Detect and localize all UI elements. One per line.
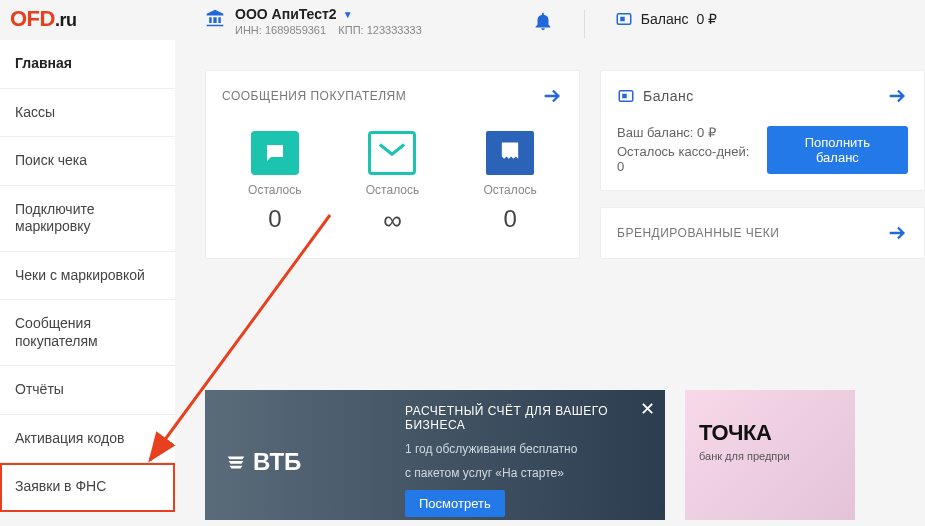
sidebar-item-messages[interactable]: Сообщения покупателям: [0, 300, 175, 366]
messages-card: СООБЩЕНИЯ ПОКУПАТЕЛЯМ Осталось 0 Осталос…: [205, 70, 580, 259]
sidebar-item-marking-checks[interactable]: Чеки с маркировкой: [0, 252, 175, 301]
main: СООБЩЕНИЯ ПОКУПАТЕЛЯМ Осталось 0 Осталос…: [205, 70, 925, 259]
topbar: ООО АпиТест2 ▼ ИНН: 1689859361 КПП: 1233…: [205, 0, 925, 46]
email-remaining: Осталось ∞: [342, 131, 442, 236]
sms-remaining: Осталось 0: [225, 131, 325, 236]
messages-title: СООБЩЕНИЯ ПОКУПАТЕЛЯМ: [222, 89, 406, 103]
balance-card: Баланс Ваш баланс: 0 ₽ Осталось кассо-дн…: [600, 70, 925, 191]
topup-button[interactable]: Пополнить баланс: [767, 126, 908, 174]
receipt-remaining: Осталось 0: [460, 131, 560, 236]
sidebar-item-reports[interactable]: Отчёты: [0, 366, 175, 415]
logo-suffix: .ru: [55, 10, 77, 30]
branded-checks-card: БРЕНДИРОВАННЫЕ ЧЕКИ: [600, 207, 925, 259]
svg-rect-3: [622, 94, 627, 99]
receipt-icon: [486, 131, 534, 175]
tochka-sub: банк для предпри: [699, 450, 841, 462]
balance-meta: Ваш баланс: 0 ₽ Осталось кассо-дней: 0: [617, 125, 757, 174]
logo-brand: OFD: [10, 6, 55, 31]
promo-vtb[interactable]: ✕ ВТБ РАСЧЕТНЫЙ СЧЁТ ДЛЯ ВАШЕГО БИЗНЕСА …: [205, 390, 665, 520]
promo-line2: с пакетом услуг «На старте»: [405, 466, 625, 480]
arrow-right-icon[interactable]: [541, 85, 563, 107]
divider: [584, 10, 585, 38]
sidebar-item-kassy[interactable]: Кассы: [0, 89, 175, 138]
balance-title: Баланс: [643, 88, 694, 104]
promo-line1: 1 год обслуживания бесплатно: [405, 442, 625, 456]
close-icon[interactable]: ✕: [640, 398, 655, 420]
arrow-right-icon[interactable]: [886, 85, 908, 107]
branded-title: БРЕНДИРОВАННЫЕ ЧЕКИ: [617, 226, 779, 240]
svg-rect-1: [620, 17, 625, 22]
tochka-brand: ТОЧКА: [699, 420, 841, 446]
sidebar: Главная Кассы Поиск чека Подключите марк…: [0, 40, 175, 512]
org-switcher[interactable]: ООО АпиТест2 ▼ ИНН: 1689859361 КПП: 1233…: [205, 6, 422, 36]
top-balance[interactable]: Баланс 0 ₽: [615, 10, 717, 28]
sidebar-item-marking-connect[interactable]: Подключите маркировку: [0, 186, 175, 252]
org-name: ООО АпиТест2: [235, 6, 337, 22]
wallet-icon: [615, 10, 633, 28]
org-details: ИНН: 1689859361 КПП: 123333333: [235, 24, 422, 36]
logo[interactable]: OFD.ru: [10, 6, 76, 32]
promo-tochka[interactable]: ТОЧКА банк для предпри: [685, 390, 855, 520]
chat-icon: [251, 131, 299, 175]
sidebar-item-activate-codes[interactable]: Активация кодов: [0, 415, 175, 464]
sidebar-item-search-check[interactable]: Поиск чека: [0, 137, 175, 186]
promo-title: РАСЧЕТНЫЙ СЧЁТ ДЛЯ ВАШЕГО БИЗНЕСА: [405, 404, 625, 432]
bank-icon: [205, 8, 225, 28]
wallet-icon: [617, 87, 635, 105]
arrow-right-icon[interactable]: [886, 222, 908, 244]
bell-icon[interactable]: [532, 10, 554, 32]
promos: ✕ ВТБ РАСЧЕТНЫЙ СЧЁТ ДЛЯ ВАШЕГО БИЗНЕСА …: [205, 390, 855, 520]
mail-icon: [368, 131, 416, 175]
sidebar-item-main[interactable]: Главная: [0, 40, 175, 89]
promo-cta-button[interactable]: Посмотреть: [405, 490, 505, 517]
chevron-down-icon: ▼: [343, 9, 353, 20]
sidebar-item-fns-applications[interactable]: Заявки в ФНС: [0, 463, 175, 512]
